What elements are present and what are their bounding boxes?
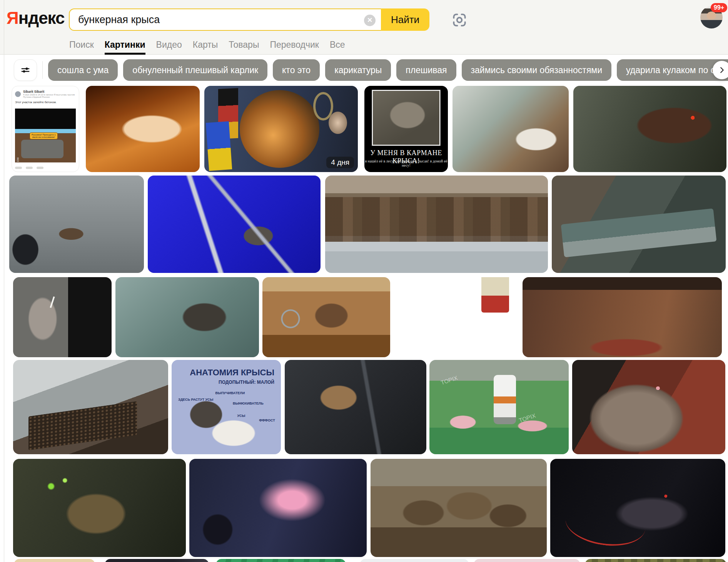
- service-tabs: Поиск Картинки Видео Карты Товары Перево…: [69, 37, 345, 55]
- related-chip[interactable]: кто это: [273, 59, 320, 81]
- rats-row-shape: [325, 197, 548, 242]
- topix-watermark: TOPIX: [518, 412, 536, 424]
- image-result-social-post-cartoon[interactable]: Sibarit Sibarit 4 июн 2020 в 14:10 в зап…: [12, 86, 79, 172]
- post-header: Sibarit Sibarit 4 июн 2020 в 14:10 в зап…: [12, 86, 79, 100]
- chips-scroll-right-button[interactable]: [713, 61, 728, 79]
- bunker-cartoon: Россияне! Приходите 1 июля на голосовани…: [15, 109, 76, 162]
- tab-video[interactable]: Видео: [156, 40, 182, 55]
- image-result-metal-feed-bin[interactable]: [13, 360, 168, 454]
- image-result-cartoon-bunker-room[interactable]: [523, 277, 722, 357]
- image-result-rat-on-car-engine[interactable]: [285, 360, 426, 454]
- post-author: Sibarit Sibarit: [23, 90, 76, 94]
- image-result-fantasy-rat-warrior[interactable]: [13, 459, 186, 557]
- meme-subtitle: я нашёл её в лесу! она мокрая и лысая! я…: [364, 159, 448, 167]
- figure-face: [329, 112, 347, 134]
- header: Яндекс ✕ Найти 99+ Поиск Картинки Видео …: [0, 0, 728, 55]
- user-account: 99+: [700, 6, 723, 29]
- image-result-rat-anatomy-cartoon[interactable]: АНАТОМИЯ КРЫСЫ ПОДОПЫТНЫЙ: МАЛОЙ ЗДЕСЬ Р…: [172, 360, 281, 454]
- image-result-partial-1[interactable]: [14, 559, 95, 562]
- chevron-right-icon: [718, 66, 726, 74]
- image-result-dark-rat-red-tail[interactable]: [550, 459, 725, 557]
- anatomy-label: ВЫПУЧИВАТЕЛИ: [215, 391, 245, 395]
- filter-chips-row: сошла с ума обнуленный плешивый карлик к…: [14, 59, 728, 81]
- tab-maps[interactable]: Карты: [193, 40, 218, 55]
- post-meta: 4 июн 2020 в 14:10 в записи Я выступаю п…: [23, 94, 76, 98]
- yandex-logo[interactable]: Яндекс: [7, 8, 65, 28]
- search-box[interactable]: ✕: [69, 8, 381, 31]
- image-result-trap-blue-background[interactable]: [148, 176, 321, 273]
- anatomy-label: УСЫ: [237, 414, 245, 418]
- divider: [42, 61, 43, 79]
- logo-rest: ндекс: [18, 8, 65, 27]
- ukrainian-flag: [206, 121, 232, 171]
- image-result-rat-in-straw[interactable]: [86, 86, 200, 172]
- image-result-reporter-with-rat-sidewalk[interactable]: [9, 176, 144, 273]
- tab-images[interactable]: Картинки: [105, 40, 145, 55]
- notification-badge: 99+: [711, 3, 727, 12]
- related-chip[interactable]: обнуленный плешивый карлик: [123, 59, 267, 81]
- image-age-badge: 4 дня: [326, 157, 354, 168]
- red-tail-shape: [563, 514, 646, 551]
- post-avatar: [15, 91, 21, 97]
- anatomy-label: ЗДЕСЬ РАСТУТ УСЫ: [178, 398, 213, 401]
- image-result-news-collage-flags-putin[interactable]: 4 дня: [204, 86, 358, 172]
- related-chip[interactable]: ударила кулаком по столу: [617, 59, 728, 81]
- image-result-rat-with-cigarette[interactable]: [13, 277, 112, 357]
- image-result-mouse-in-wooden-trap[interactable]: [262, 277, 390, 357]
- image-result-partial-3[interactable]: [216, 559, 346, 562]
- post-text: Этот участок залейте бетоном.: [12, 100, 79, 106]
- gutter-tray-shape: [561, 209, 717, 258]
- search-form: ✕ Найти: [69, 8, 429, 31]
- anatomy-label: ВЫНЮХИВАТЕЛЬ: [233, 401, 264, 405]
- image-result-rats-in-drain-gutter[interactable]: [552, 176, 726, 273]
- leopard-tank-scene: [240, 90, 319, 168]
- anatomy-subtitle: ПОДОПЫТНЫЙ: МАЛОЙ: [219, 380, 274, 385]
- image-search-camera-icon[interactable]: [451, 12, 468, 28]
- anatomy-title: АНАТОМИЯ КРЫСЫ: [190, 368, 274, 378]
- topix-watermark: TOPIX: [440, 375, 458, 386]
- image-result-demonic-rat-art[interactable]: [573, 86, 726, 172]
- image-result-rat-in-metal-trap[interactable]: [115, 277, 259, 357]
- image-result-fighting-animals[interactable]: [371, 459, 547, 557]
- image-result-soldier-tunnel-giant-rat[interactable]: [189, 459, 367, 557]
- feed-pellets-shape: [28, 401, 137, 451]
- image-result-piglets-with-feeder[interactable]: TOPIX TOPIX: [429, 360, 569, 454]
- tab-translate[interactable]: Переводчик: [270, 40, 319, 55]
- post-reactions: [15, 167, 43, 169]
- anatomy-label: ФФФОСТ: [259, 418, 275, 422]
- window-edge-line: [4, 0, 4, 562]
- related-chip[interactable]: плешивая: [396, 59, 456, 81]
- filters-button[interactable]: [14, 59, 37, 81]
- related-chip[interactable]: займись своими обязанностями: [462, 59, 611, 81]
- rat-trap-box: [481, 277, 509, 313]
- image-result-knitted-rat-meme[interactable]: У МЕНЯ В КАРМАНЕ КРЫСА! я нашёл её в лес…: [364, 86, 448, 172]
- cigarette-shape: [50, 296, 55, 308]
- image-result-partial-4[interactable]: [360, 559, 469, 562]
- image-result-partial-5[interactable]: [474, 559, 580, 562]
- image-result-rat-on-concrete-with-trap[interactable]: [395, 277, 519, 357]
- sliders-icon: [20, 65, 31, 75]
- related-chip[interactable]: сошла с ума: [48, 59, 118, 81]
- logo-letter-ya: Я: [7, 8, 18, 27]
- clear-search-icon[interactable]: ✕: [364, 15, 376, 26]
- image-result-partial-2[interactable]: [105, 559, 209, 562]
- search-input[interactable]: [78, 14, 361, 26]
- tab-search[interactable]: Поиск: [69, 40, 94, 55]
- search-button[interactable]: Найти: [381, 8, 429, 31]
- dw-watermark: DW: [17, 157, 19, 162]
- image-result-rat-enclosure-hay[interactable]: [452, 86, 569, 172]
- image-result-partial-6[interactable]: [585, 559, 726, 562]
- image-result-rats-feeding-row[interactable]: [325, 176, 548, 273]
- related-chip[interactable]: карикатуры: [325, 59, 391, 81]
- image-result-big-rat-brick-wall[interactable]: [572, 360, 725, 454]
- meme-photo: [372, 90, 441, 145]
- bunker-pipe-shape: [21, 140, 64, 158]
- tab-goods[interactable]: Товары: [229, 40, 259, 55]
- tab-all[interactable]: Все: [330, 40, 345, 55]
- speech-bubble: Россияне! Приходите 1 июля на голосовани…: [30, 132, 58, 139]
- feeder-tower-shape: [494, 375, 516, 424]
